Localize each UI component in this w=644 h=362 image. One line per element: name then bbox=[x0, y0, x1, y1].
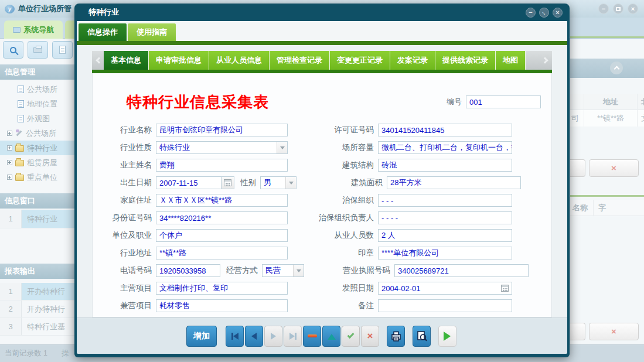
tab-partial[interactable] bbox=[65, 21, 74, 39]
restore-icon[interactable] bbox=[613, 4, 623, 14]
license-date-input[interactable]: 2004-02-01 bbox=[378, 282, 512, 295]
security-org-input[interactable]: - - - bbox=[378, 194, 512, 207]
home-address-input[interactable]: ＸＸ市ＸＸ区**镇**路 bbox=[156, 194, 288, 207]
tree-item-geo-location[interactable]: 地理位置 bbox=[0, 97, 74, 111]
tab-clue-record[interactable]: 提供线索记录 bbox=[435, 51, 496, 70]
add-button[interactable]: 增加 bbox=[186, 326, 217, 347]
print-button[interactable] bbox=[28, 41, 48, 59]
minimize-icon[interactable]: − bbox=[598, 4, 609, 14]
tree-item-special-industry[interactable]: 特种行业 bbox=[0, 141, 74, 155]
delete-button[interactable]: × bbox=[589, 159, 639, 177]
check-icon bbox=[347, 331, 354, 338]
industry-address-input[interactable]: **镇**路 bbox=[156, 247, 288, 259]
expand-plus-icon[interactable] bbox=[7, 131, 12, 136]
calendar-icon[interactable] bbox=[501, 285, 509, 292]
delete-button[interactable]: × bbox=[589, 323, 639, 340]
close-icon[interactable]: × bbox=[553, 8, 563, 18]
report-row[interactable]: 1 开办特种行 bbox=[0, 283, 74, 300]
tool-icon bbox=[15, 129, 23, 137]
employee-count-input[interactable]: 2 人 bbox=[378, 229, 512, 242]
table-row[interactable]: 司 **镇**路 文 bbox=[570, 110, 644, 127]
chevron-down-icon[interactable] bbox=[277, 142, 287, 153]
main-business-input[interactable]: 文档制作打印、复印 bbox=[156, 282, 288, 295]
tab-basic-info[interactable]: 基本信息 bbox=[104, 51, 149, 70]
maximize-icon[interactable]: ↔ bbox=[539, 8, 549, 18]
tab-change-correct[interactable]: 变更更正记录 bbox=[330, 51, 390, 70]
delete-record-button[interactable] bbox=[303, 326, 321, 347]
partial-button[interactable] bbox=[570, 159, 585, 177]
chevron-down-icon[interactable] bbox=[293, 265, 304, 276]
info-window-row[interactable]: 1 特种行业 bbox=[0, 210, 74, 228]
field-label: 出生日期 bbox=[100, 177, 156, 188]
print-button[interactable] bbox=[387, 326, 405, 347]
tree-item-key-unit[interactable]: 重点单位 bbox=[0, 170, 74, 185]
number-input[interactable]: 001 bbox=[466, 95, 541, 108]
expand-plus-icon[interactable] bbox=[7, 160, 12, 165]
table-cell: 司 bbox=[570, 110, 584, 127]
collapse-button[interactable] bbox=[610, 62, 623, 74]
seal-input[interactable]: ****单位有限公司 bbox=[378, 247, 512, 259]
tab-employees[interactable]: 从业人员信息 bbox=[209, 51, 270, 70]
capacity-input[interactable]: 微机二台、打印机二台，复印机一台，扫描仪一台 bbox=[378, 141, 512, 154]
field-value: 民营 bbox=[265, 265, 281, 276]
operation-mode-select[interactable]: 民营 bbox=[262, 264, 304, 277]
confirm-button[interactable] bbox=[342, 326, 360, 347]
field-label: 行业名称 bbox=[100, 125, 156, 135]
run-button[interactable] bbox=[438, 326, 456, 347]
business-license-input[interactable]: 340025689721 bbox=[394, 264, 529, 277]
tab-system-nav[interactable]: 系统导航 bbox=[4, 21, 63, 39]
chevron-down-icon[interactable] bbox=[285, 177, 296, 189]
tab-case-record[interactable]: 发案记录 bbox=[390, 51, 435, 70]
dialog-titlebar[interactable]: 特种行业 − ↔ × bbox=[77, 4, 567, 21]
phone-number-input[interactable]: 19205033958 bbox=[156, 264, 220, 277]
tab-manage-check[interactable]: 管理检查记录 bbox=[270, 51, 330, 70]
industry-name-input[interactable]: 昆明市创弦印章有限公司 bbox=[156, 124, 288, 136]
birth-date-input[interactable]: 2007-11-15 bbox=[156, 176, 222, 189]
tree-item-public-place[interactable]: 公共场所 bbox=[0, 82, 74, 97]
report-row[interactable]: 3 特种行业基 bbox=[0, 318, 74, 336]
expand-plus-icon[interactable] bbox=[7, 145, 12, 151]
tab-scroll-right[interactable] bbox=[540, 51, 552, 70]
last-record-button[interactable] bbox=[284, 326, 302, 347]
prev-record-button[interactable] bbox=[245, 326, 263, 347]
print-preview-button[interactable] bbox=[413, 326, 431, 347]
document-button[interactable] bbox=[52, 41, 73, 59]
tab-scroll-left[interactable] bbox=[92, 51, 104, 70]
cancel-button[interactable]: × bbox=[361, 326, 379, 347]
building-structure-input[interactable]: 砖混 bbox=[378, 159, 512, 172]
tree-item-exterior-view[interactable]: 外观图 bbox=[0, 111, 74, 126]
form-row: 身份证号码 34****820216** 治保组织负责人 - - - - bbox=[100, 209, 544, 227]
industry-type-select[interactable]: 特殊行业 bbox=[156, 141, 288, 154]
building-area-input[interactable]: 28平方米 bbox=[387, 176, 521, 189]
dialog-title: 特种行业 bbox=[88, 7, 119, 18]
search-button[interactable] bbox=[3, 41, 23, 59]
field-value: 微机二台、打印机二台，复印机一台，扫描仪一台 bbox=[381, 142, 512, 153]
menu-tab-user-guide[interactable]: 使用指南 bbox=[128, 23, 176, 41]
report-row[interactable]: 2 开办特种行 bbox=[0, 300, 74, 318]
restore-square bbox=[616, 7, 621, 11]
tab-apply-approve[interactable]: 申请审批信息 bbox=[149, 51, 209, 70]
menu-tab-info-operate[interactable]: 信息操作 bbox=[79, 23, 127, 41]
next-record-button[interactable] bbox=[264, 326, 282, 347]
close-icon[interactable]: × bbox=[628, 4, 638, 14]
edit-record-button[interactable] bbox=[322, 326, 340, 347]
form-row: 主营项目 文档制作打印、复印 发照日期 2004-02-01 bbox=[100, 279, 544, 297]
minimize-icon[interactable]: − bbox=[526, 8, 536, 18]
first-record-button[interactable] bbox=[226, 326, 244, 347]
unit-occupation-input[interactable]: 个体户 bbox=[156, 229, 288, 242]
gender-select[interactable]: 男 bbox=[260, 176, 297, 189]
tree-item-public-place-info[interactable]: 公共场所 bbox=[0, 126, 74, 141]
security-org-leader-input[interactable]: - - - - bbox=[378, 211, 512, 224]
expand-plus-icon[interactable] bbox=[7, 175, 12, 180]
form-row: 行业名称 昆明市创弦印章有限公司 许可证号码 340141520411845 bbox=[100, 121, 544, 139]
license-number-input[interactable]: 340141520411845 bbox=[378, 124, 512, 136]
owner-name-input[interactable]: 费翔 bbox=[156, 159, 288, 172]
partial-button[interactable] bbox=[570, 323, 585, 340]
tree-item-rental-house[interactable]: 租赁房屋 bbox=[0, 155, 74, 170]
side-business-input[interactable]: 耗材零售 bbox=[156, 299, 288, 312]
id-number-input[interactable]: 34****820216** bbox=[156, 211, 288, 224]
remark-input[interactable] bbox=[378, 299, 512, 312]
field-label: 印章 bbox=[307, 248, 378, 258]
calendar-button[interactable] bbox=[222, 176, 234, 189]
tab-map[interactable]: 地图 bbox=[496, 51, 526, 70]
